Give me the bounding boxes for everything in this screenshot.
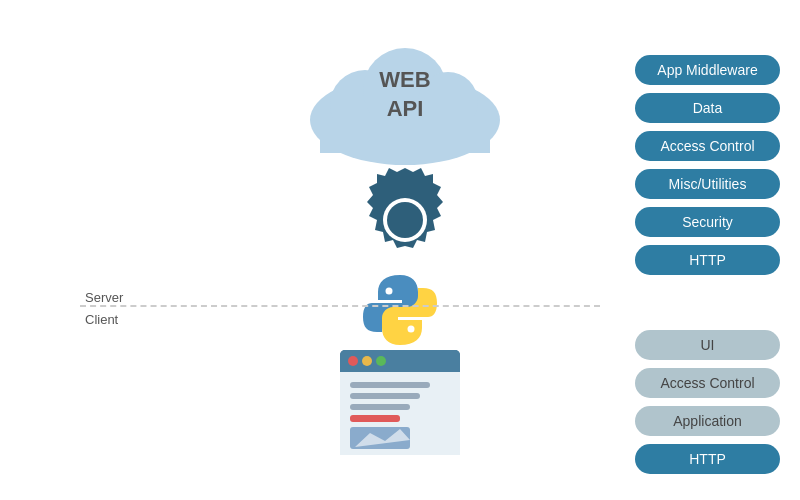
web-api-label: WEB API — [290, 30, 520, 160]
btn-ui[interactable]: UI — [635, 330, 780, 360]
svg-rect-19 — [350, 415, 400, 422]
client-label: Client — [85, 312, 118, 327]
svg-rect-16 — [350, 382, 430, 388]
btn-app-middleware[interactable]: App Middleware — [635, 55, 780, 85]
python-icon — [360, 270, 440, 350]
svg-point-8 — [408, 326, 415, 333]
btn-application[interactable]: Application — [635, 406, 780, 436]
svg-point-12 — [348, 356, 358, 366]
btn-misc-utilities[interactable]: Misc/Utilities — [635, 169, 780, 199]
btn-access-control-client[interactable]: Access Control — [635, 368, 780, 398]
btn-access-control-server[interactable]: Access Control — [635, 131, 780, 161]
svg-point-14 — [376, 356, 386, 366]
gear-icon — [330, 155, 480, 285]
btn-http-server[interactable]: HTTP — [635, 245, 780, 275]
server-buttons-group: App MiddlewareDataAccess ControlMisc/Uti… — [635, 55, 780, 275]
svg-rect-18 — [350, 404, 410, 410]
svg-rect-17 — [350, 393, 420, 399]
client-buttons-group: UIAccess ControlApplicationHTTP — [635, 330, 780, 474]
server-client-divider — [80, 305, 600, 307]
btn-security[interactable]: Security — [635, 207, 780, 237]
svg-point-6 — [387, 202, 423, 238]
svg-rect-11 — [340, 361, 460, 372]
server-label: Server — [85, 290, 123, 305]
svg-point-7 — [386, 288, 393, 295]
btn-data[interactable]: Data — [635, 93, 780, 123]
browser-icon — [335, 345, 465, 460]
svg-point-13 — [362, 356, 372, 366]
web-api-line2: API — [387, 95, 424, 124]
diagram-container: WEB API — [0, 0, 800, 500]
btn-http-client[interactable]: HTTP — [635, 444, 780, 474]
web-api-line1: WEB — [379, 66, 430, 95]
